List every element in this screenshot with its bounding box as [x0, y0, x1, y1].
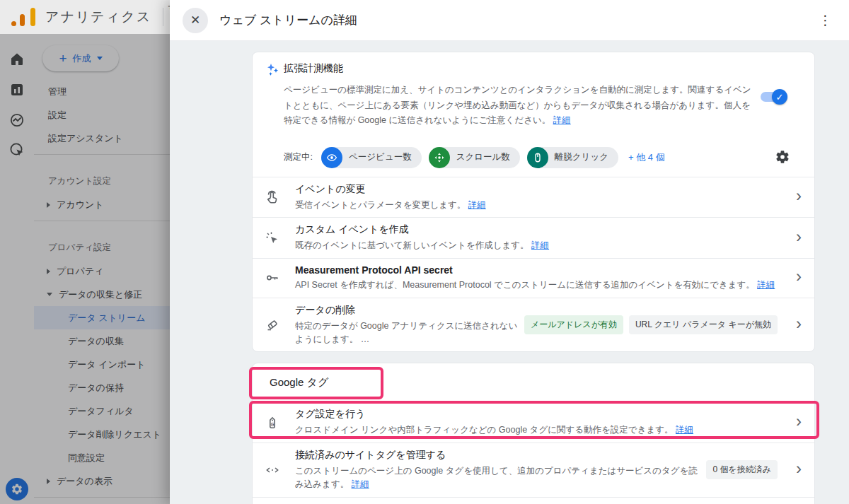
row-title: カスタム イベントを作成	[295, 223, 549, 236]
status-badge-url-query-inactive: URL クエリ パラメータ キーが無効	[629, 315, 778, 334]
chip-label: 離脱クリック	[555, 151, 608, 163]
more-chips-link[interactable]: + 他 4 個	[628, 151, 665, 164]
status-badge-email-active: メールアドレスが有効	[524, 315, 623, 334]
row-title: 接続済みのサイトタグを管理する	[295, 449, 706, 462]
eraser-icon	[264, 317, 281, 334]
modal-title: ウェブ ストリームの詳細	[219, 12, 357, 28]
row-subtitle-text: 既存のイベントに基づいて新しいイベントを作成します。	[295, 240, 529, 250]
row-badges: メールアドレスが有効 URL クエリ パラメータ キーが無効	[524, 315, 778, 334]
row-subtitle-text: 受信イベントとパラメータを変更します。	[295, 200, 466, 210]
modal-scrim-top	[0, 0, 170, 34]
google-tag-card: Google タグ G タグ設定を行う クロスドメイン リンクや内部トラフィック…	[252, 363, 815, 504]
row-subtitle: 受信イベントとパラメータを変更します。 詳細	[295, 199, 486, 212]
eye-icon	[321, 147, 342, 168]
touch-icon	[264, 189, 281, 206]
chevron-right-icon: ›	[796, 186, 802, 206]
custom-event-icon	[264, 230, 281, 247]
row-view-tag-instructions[interactable]: タグの実装手順を表示する このデータ ストリームに Google タグを実装する…	[253, 497, 814, 504]
row-modify-events[interactable]: イベントの変更 受信イベントとパラメータを変更します。 詳細 ›	[253, 177, 814, 218]
google-tag-icon: G	[264, 414, 281, 431]
chevron-right-icon: ›	[796, 411, 802, 430]
chip-pageviews: ページビュー数	[321, 147, 422, 168]
chip-outbound-clicks: 離脱クリック	[527, 147, 618, 168]
screen: アナリティクス すべ + 作成 管理 設定 設定アシスタント アカウント設定	[0, 0, 849, 504]
chevron-right-icon: ›	[796, 266, 802, 286]
measuring-row: 測定中: ページビュー数 スクロール数	[284, 139, 803, 177]
detail-link[interactable]: 詳細	[757, 280, 775, 290]
enhanced-measurement-title: 拡張計測機能	[284, 62, 803, 75]
web-stream-details-modal: ✕ ウェブ ストリームの詳細 ⋮ 拡張計測機能 ページビューの標準測定に加え、サ…	[170, 0, 849, 504]
code-icon	[264, 462, 281, 479]
row-title: イベントの変更	[295, 183, 486, 196]
row-configure-tag-settings[interactable]: G タグ設定を行う クロスドメイン リンクや内部トラフィックなどの Google…	[253, 402, 814, 443]
google-tag-section-title: Google タグ	[253, 363, 814, 402]
enhanced-measurement-description: ページビューの標準測定に加え、サイトのコンテンツとのインタラクションを自動的に測…	[284, 83, 753, 129]
enhanced-measurement-toggle[interactable]: ✓	[761, 89, 787, 105]
row-subtitle: 既存のイベントに基づいて新しいイベントを作成します。 詳細	[295, 239, 549, 252]
svg-text:G: G	[270, 421, 274, 426]
detail-link[interactable]: 詳細	[352, 479, 369, 489]
chip-label: ページビュー数	[349, 151, 412, 163]
row-subtitle: API Secret を作成すれば、Measurement Protocol で…	[295, 279, 775, 292]
row-subtitle: 特定のデータが Google アナリティクスに送信されないようにします。 …	[295, 320, 524, 346]
modal-header: ✕ ウェブ ストリームの詳細 ⋮	[170, 0, 849, 41]
events-card: 拡張計測機能 ページビューの標準測定に加え、サイトのコンテンツとのインタラクショ…	[252, 52, 815, 352]
chevron-right-icon: ›	[796, 226, 802, 246]
chip-scrolls: スクロール数	[429, 147, 520, 168]
kebab-menu-icon[interactable]: ⋮	[819, 12, 832, 28]
key-icon	[264, 269, 281, 286]
scroll-icon	[429, 147, 450, 168]
row-subtitle-text: 特定のデータが Google アナリティクスに送信されないようにします。 …	[295, 321, 517, 344]
row-measurement-protocol[interactable]: Measurement Protocol API secret API Secr…	[253, 258, 814, 298]
description-text: ページビューの標準測定に加え、サイトのコンテンツとのインタラクションを自動的に測…	[284, 85, 751, 125]
modal-body: 拡張計測機能 ページビューの標準測定に加え、サイトのコンテンツとのインタラクショ…	[170, 41, 849, 504]
status-badge-connected-count: 0 個を接続済み	[706, 460, 778, 479]
row-data-deletion[interactable]: データの削除 特定のデータが Google アナリティクスに送信されないようにし…	[253, 298, 814, 352]
row-create-custom-events[interactable]: カスタム イベントを作成 既存のイベントに基づいて新しいイベントを作成します。 …	[253, 217, 814, 258]
detail-link[interactable]: 詳細	[468, 200, 486, 210]
row-title: データの削除	[295, 304, 524, 317]
chip-label: スクロール数	[456, 151, 510, 163]
chevron-right-icon: ›	[796, 459, 802, 479]
gear-icon[interactable]	[775, 149, 790, 165]
sparkle-icon	[264, 61, 281, 78]
row-subtitle: クロスドメイン リンクや内部トラフィックなどの Google タグに関する動作を…	[295, 423, 693, 437]
modal-scrim[interactable]	[0, 34, 170, 504]
measuring-label: 測定中:	[284, 151, 313, 163]
check-icon: ✓	[776, 92, 784, 102]
enhanced-measurement-section: 拡張計測機能 ページビューの標準測定に加え、サイトのコンテンツとのインタラクショ…	[253, 52, 814, 177]
row-subtitle-text: クロスドメイン リンクや内部トラフィックなどの Google タグに関する動作を…	[295, 425, 674, 435]
row-badges: 0 個を接続済み	[706, 460, 778, 479]
detail-link[interactable]: 詳細	[553, 115, 571, 125]
row-manage-connected-site-tags[interactable]: 接続済みのサイトタグを管理する このストリームのページ上の Google タグを…	[253, 443, 814, 497]
detail-link[interactable]: 詳細	[531, 240, 549, 250]
chevron-right-icon: ›	[796, 313, 802, 333]
row-title: タグ設定を行う	[295, 408, 693, 421]
row-subtitle: このストリームのページ上の Google タグを使用して、追加のプロパティまたは…	[295, 464, 706, 491]
row-title: Measurement Protocol API secret	[295, 264, 775, 276]
detail-link[interactable]: 詳細	[676, 425, 693, 435]
mouse-icon	[527, 147, 548, 168]
close-icon[interactable]: ✕	[183, 8, 208, 33]
row-subtitle-text: API Secret を作成すれば、Measurement Protocol で…	[295, 280, 755, 290]
